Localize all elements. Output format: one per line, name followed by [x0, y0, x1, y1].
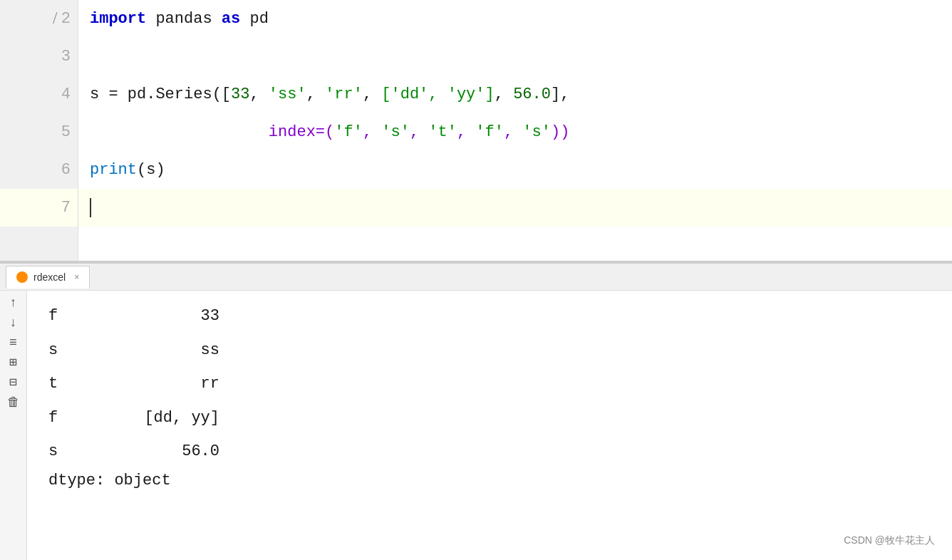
idx-s2: 's' [522, 120, 551, 145]
text-cursor [90, 198, 91, 217]
console-body: ↑ ↓ ≡ ⊞ ⊟ 🗑 f 33 s ss t rr f [dd, yy] [0, 291, 952, 560]
output-row-1: f 33 [48, 302, 931, 331]
down-icon[interactable]: ↓ [9, 316, 17, 329]
print-arg: (s) [137, 157, 165, 182]
line-number-6: 6 [0, 151, 78, 189]
up-icon[interactable]: ↑ [9, 296, 17, 309]
idx-f2: 'f' [475, 120, 504, 145]
keyword-import: import [90, 6, 146, 31]
code-space3 [240, 6, 249, 31]
output-key-1: f [48, 302, 105, 331]
console-output: f 33 s ss t rr f [dd, yy] s 56.0 dtype: … [27, 291, 952, 560]
console-tab-rdexcel[interactable]: rdexcel × [6, 266, 90, 289]
console-sidebar: ↑ ↓ ≡ ⊞ ⊟ 🗑 [0, 291, 27, 560]
code-line-3 [78, 38, 952, 76]
line-number-3: 3 [0, 38, 78, 76]
output-key-2: s [48, 336, 105, 365]
code-editor: ⧸ 2 3 4 5 6 7 import pandas as pd [0, 0, 952, 264]
idx-f1: 'f' [334, 120, 363, 145]
output-val-5: 56.0 [105, 437, 219, 466]
str-rr: 'rr' [325, 82, 363, 107]
tab-icon [16, 271, 28, 283]
output-row-2: s ss [48, 336, 931, 365]
collapse-icon[interactable]: ⊟ [9, 376, 17, 389]
output-val-1: 33 [105, 302, 219, 331]
code-line-4: s = pd.Series([33, 'ss', 'rr', ['dd', 'y… [78, 76, 952, 113]
output-val-2: ss [105, 336, 219, 365]
tab-label: rdexcel [33, 271, 66, 283]
console-section: rdexcel × ↑ ↓ ≡ ⊞ ⊟ 🗑 f 33 s ss t rr [0, 264, 952, 560]
output-dtype: dtype: object [48, 472, 931, 489]
output-val-4: [dd, yy] [105, 404, 219, 432]
output-row-4: f [dd, yy] [48, 404, 931, 432]
code-space [146, 6, 155, 31]
code-line-2: import pandas as pd [78, 0, 952, 38]
output-row-3: t rr [48, 370, 931, 398]
idx-t: 't' [428, 120, 457, 145]
idx-s1: 's' [381, 120, 410, 145]
line-numbers: ⧸ 2 3 4 5 6 7 [0, 0, 78, 261]
keyword-index: index=( [269, 120, 334, 145]
list-ddyy: ['dd', 'yy'] [381, 82, 494, 107]
output-key-5: s [48, 437, 105, 466]
keyword-as: as [222, 6, 240, 31]
expand-icon[interactable]: ⊞ [9, 356, 17, 369]
tab-close-button[interactable]: × [74, 272, 79, 282]
code-area[interactable]: import pandas as pd s = pd.Series([33, '… [78, 0, 952, 261]
output-key-4: f [48, 404, 105, 432]
bookmark-icon: ⧸ [53, 10, 57, 28]
line-number-7: 7 [0, 189, 78, 227]
num-33: 33 [231, 82, 249, 107]
series-assignment: s = pd.Series([ [90, 82, 231, 107]
alias-pd: pd [249, 6, 268, 31]
line-number-2: ⧸ 2 [0, 0, 78, 38]
list-icon[interactable]: ≡ [9, 336, 17, 349]
module-name: pandas [155, 6, 212, 31]
num-560: 56.0 [513, 82, 551, 107]
output-key-3: t [48, 370, 105, 398]
output-val-3: rr [105, 370, 219, 398]
code-line-5: index=('f', 's', 't', 'f', 's')) [78, 113, 952, 151]
watermark: CSDN @牧牛花主人 [844, 534, 935, 547]
code-space2 [212, 6, 222, 31]
code-line-6: print(s) [78, 151, 952, 189]
str-ss: 'ss' [269, 82, 306, 107]
delete-icon[interactable]: 🗑 [7, 396, 20, 409]
keyword-print: print [90, 157, 137, 182]
line-number-5: 5 [0, 113, 78, 151]
output-row-5: s 56.0 [48, 437, 931, 466]
console-tab-bar: rdexcel × [0, 264, 952, 291]
code-line-7[interactable] [78, 189, 952, 227]
line-number-4: 4 [0, 76, 78, 113]
